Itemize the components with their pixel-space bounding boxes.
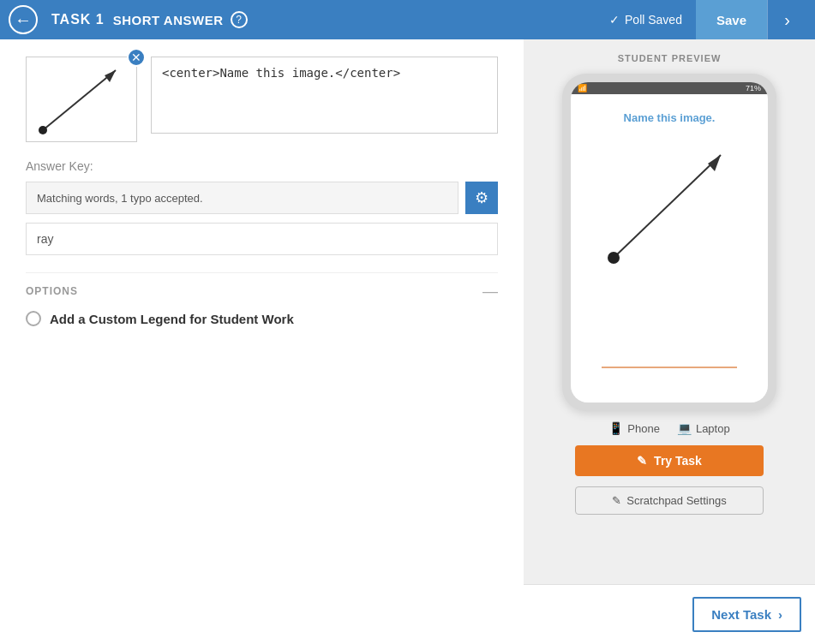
back-button[interactable]: ←: [9, 5, 38, 34]
image-wrapper: ✕: [26, 57, 137, 142]
ray-image: [34, 63, 129, 136]
custom-legend-radio[interactable]: [26, 311, 41, 326]
svg-marker-4: [708, 155, 721, 171]
header-next-button[interactable]: ›: [767, 0, 806, 39]
svg-marker-1: [105, 70, 116, 82]
gear-button[interactable]: ⚙: [465, 182, 498, 214]
next-task-button[interactable]: Next Task ›: [692, 597, 801, 632]
help-icon: ?: [236, 14, 242, 26]
collapse-options-button[interactable]: —: [482, 283, 498, 299]
poll-saved-label: Poll Saved: [625, 13, 682, 27]
options-section: OPTIONS — Add a Custom Legend for Studen…: [26, 272, 498, 326]
matching-select[interactable]: Matching words, 1 typo accepted.: [26, 182, 458, 214]
phone-answer-line: [602, 367, 737, 368]
task-label: TASK 1: [51, 12, 105, 27]
answer-input[interactable]: [26, 223, 498, 255]
next-chevron-icon: ›: [778, 607, 782, 622]
laptop-label: Laptop: [696, 422, 730, 435]
answer-key-label: Answer Key:: [26, 159, 498, 173]
close-icon: ✕: [131, 51, 141, 64]
pencil-icon: ✎: [637, 454, 647, 468]
phone-device-option[interactable]: 📱 Phone: [608, 421, 660, 435]
checkmark-icon: ✓: [609, 13, 620, 27]
laptop-icon: 💻: [677, 421, 692, 435]
type-label: SHORT ANSWER: [113, 13, 224, 27]
battery-status: 71%: [746, 84, 761, 92]
scratchpad-icon: ✎: [612, 494, 621, 507]
phone-mockup: 📶 71% Name this image.: [562, 74, 776, 411]
matching-row: Matching words, 1 typo accepted. ⚙: [26, 182, 498, 214]
wifi-icon: 📶: [578, 84, 587, 92]
student-preview-label: STUDENT PREVIEW: [618, 53, 722, 63]
main-content: ✕ <center>Name this image.</center> Answ…: [0, 39, 815, 644]
header: ← TASK 1 SHORT ANSWER ? ✓ Poll Saved Sav…: [0, 0, 815, 39]
scratchpad-settings-button[interactable]: ✎ Scratchpad Settings: [575, 486, 764, 515]
phone-image-area: [592, 138, 746, 275]
device-switcher: 📱 Phone 💻 Laptop: [608, 421, 729, 435]
custom-legend-row: Add a Custom Legend for Student Work: [26, 311, 498, 326]
phone-status-bar: 📶 71%: [571, 82, 768, 94]
left-panel: ✕ <center>Name this image.</center> Answ…: [0, 39, 524, 644]
next-task-row: Next Task ›: [524, 584, 815, 644]
phone-question-text: Name this image.: [624, 111, 716, 124]
custom-legend-label: Add a Custom Legend for Student Work: [50, 312, 294, 326]
svg-line-3: [614, 155, 721, 258]
laptop-device-option[interactable]: 💻 Laptop: [677, 421, 730, 435]
right-panel: STUDENT PREVIEW 📶 71% Name this image.: [524, 39, 815, 644]
save-button[interactable]: Save: [696, 0, 767, 39]
phone-ray-image: [596, 142, 742, 271]
svg-point-5: [608, 252, 620, 264]
uploaded-image: [26, 57, 137, 142]
poll-saved-status: ✓ Poll Saved: [609, 13, 682, 27]
image-question-section: ✕ <center>Name this image.</center>: [26, 57, 498, 142]
remove-image-button[interactable]: ✕: [127, 48, 146, 67]
phone-icon: 📱: [608, 421, 623, 435]
svg-point-2: [39, 126, 47, 134]
phone-label: Phone: [627, 422, 660, 435]
try-task-button[interactable]: ✎ Try Task: [575, 445, 764, 476]
options-label: OPTIONS: [26, 285, 78, 297]
next-arrow-icon: ›: [784, 10, 790, 30]
phone-screen: Name this image.: [571, 94, 768, 402]
svg-line-0: [43, 70, 116, 130]
phone-screen-wrapper: 📶 71% Name this image.: [571, 82, 768, 402]
question-input[interactable]: <center>Name this image.</center>: [151, 57, 498, 134]
options-header: OPTIONS —: [26, 283, 498, 299]
next-task-label: Next Task: [711, 607, 771, 622]
try-task-label: Try Task: [654, 454, 702, 468]
help-button[interactable]: ?: [231, 11, 248, 28]
scratchpad-label: Scratchpad Settings: [626, 494, 726, 507]
gear-icon: ⚙: [475, 188, 488, 207]
back-icon: ←: [15, 10, 32, 30]
